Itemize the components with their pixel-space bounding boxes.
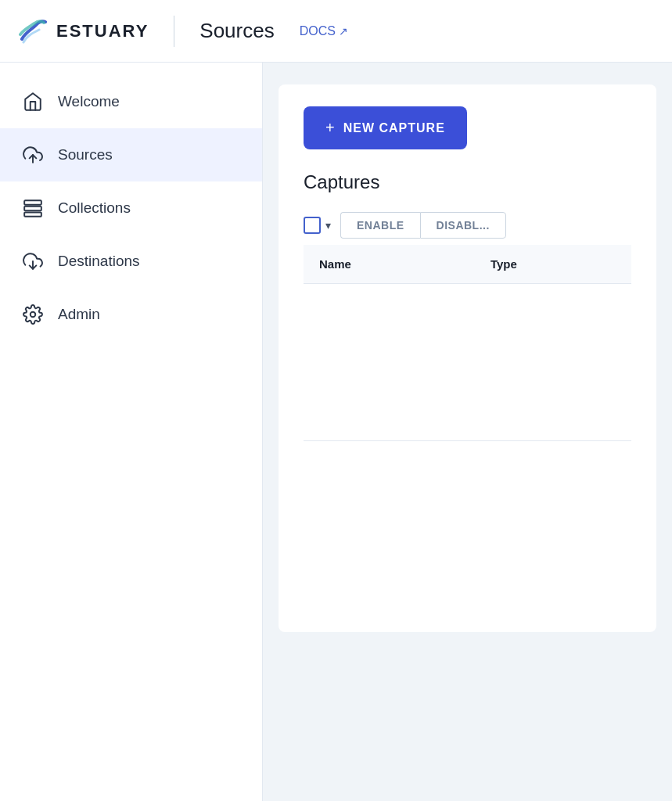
estuary-logo-icon (19, 19, 49, 44)
sidebar-item-admin[interactable]: Admin (0, 288, 262, 341)
new-capture-button[interactable]: + NEW CAPTURE (304, 106, 467, 149)
docs-link[interactable]: DOCS ↗ (300, 24, 348, 38)
sidebar-item-label: Collections (58, 199, 131, 217)
docs-label: DOCS (300, 24, 336, 38)
sidebar-item-label: Destinations (58, 253, 140, 270)
sidebar: Welcome Sources Collections (0, 63, 263, 801)
plus-icon: + (325, 119, 336, 137)
download-cloud-icon (22, 250, 44, 272)
sidebar-item-label: Admin (58, 306, 100, 323)
logo-text: ESTUARY (56, 21, 149, 41)
select-dropdown-chevron[interactable]: ▾ (325, 219, 331, 232)
svg-rect-1 (24, 200, 41, 204)
table-divider (304, 440, 631, 441)
enable-button[interactable]: ENABLE (340, 212, 420, 239)
captures-table: Name Type (304, 245, 631, 284)
app-header: ESTUARY Sources DOCS ↗ (0, 0, 672, 63)
svg-rect-2 (24, 207, 41, 210)
svg-point-5 (31, 312, 36, 318)
upload-cloud-icon (22, 144, 44, 166)
sidebar-item-sources[interactable]: Sources (0, 128, 262, 181)
sidebar-item-collections[interactable]: Collections (0, 181, 262, 235)
new-capture-label: NEW CAPTURE (343, 121, 445, 135)
settings-icon (22, 304, 44, 325)
select-all-area: ▾ (304, 217, 331, 234)
sidebar-item-welcome[interactable]: Welcome (0, 75, 262, 128)
content-area: + NEW CAPTURE Captures ▾ ENABLE DISABL..… (263, 63, 672, 801)
sidebar-item-label: Welcome (58, 93, 120, 110)
content-card: + NEW CAPTURE Captures ▾ ENABLE DISABL..… (279, 84, 656, 632)
table-header-row: Name Type (304, 245, 631, 284)
logo: ESTUARY (19, 19, 149, 44)
sidebar-item-destinations[interactable]: Destinations (0, 235, 262, 288)
header-divider (174, 16, 174, 47)
table-header: Name Type (304, 245, 631, 284)
disable-button[interactable]: DISABL... (420, 212, 506, 239)
home-icon (22, 91, 44, 113)
page-title: Sources (199, 19, 274, 43)
column-name: Name (304, 245, 475, 284)
select-all-checkbox[interactable] (304, 217, 321, 234)
sidebar-item-label: Sources (58, 146, 113, 163)
collections-icon (22, 197, 44, 219)
column-type: Type (475, 245, 631, 284)
captures-title: Captures (304, 171, 631, 193)
external-link-icon: ↗ (339, 25, 348, 38)
main-layout: Welcome Sources Collections (0, 63, 672, 801)
svg-rect-3 (24, 212, 41, 216)
table-toolbar: ▾ ENABLE DISABL... (304, 212, 631, 239)
